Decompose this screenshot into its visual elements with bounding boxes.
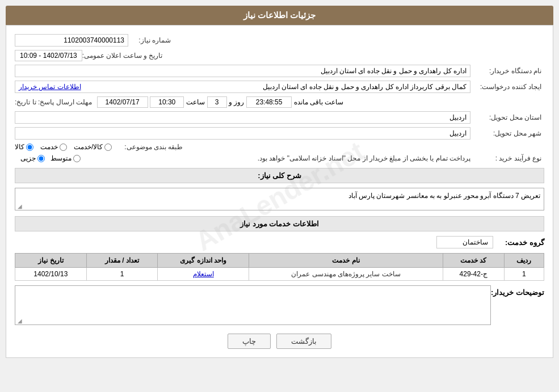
city-value: اردبیل bbox=[15, 127, 470, 140]
col-unit: واحد اندازه گیری bbox=[158, 254, 249, 268]
time-label: ساعت bbox=[186, 98, 205, 106]
process-label: نوع فرآیند خرید : bbox=[470, 154, 544, 162]
deadline-date-value: 1402/07/17 bbox=[97, 96, 148, 108]
province-label: استان محل تحویل: bbox=[470, 113, 544, 121]
subject-radio-group: کالا/خدمت خدمت کالا bbox=[15, 143, 112, 151]
col-quantity: تعداد / مقدار bbox=[86, 254, 158, 268]
description-label: توضیحات خریدار: bbox=[491, 285, 544, 297]
button-row: بازگشت چاپ bbox=[15, 334, 544, 349]
process-jozyi-item: جزیی bbox=[20, 154, 45, 162]
print-button[interactable]: چاپ bbox=[228, 334, 271, 349]
resize-handle-icon: ◢ bbox=[16, 203, 22, 209]
announce-date-value: 1402/07/13 - 10:09 bbox=[15, 50, 82, 61]
col-row: ردیف bbox=[504, 254, 544, 268]
services-section-title: اطلاعات خدمات مورد نیاز bbox=[15, 216, 544, 231]
announce-label: تاریخ و ساعت اعلان عمومی: bbox=[82, 52, 166, 60]
subject-label: طبقه بندی موضوعی: bbox=[112, 143, 186, 151]
deadline-clock-value: 23:48:55 bbox=[246, 96, 292, 108]
group-service-row: گروه خدمت: ساختمان bbox=[15, 236, 544, 248]
group-value: ساختمان bbox=[436, 236, 493, 248]
cell-code: ج-42-429 bbox=[443, 268, 504, 281]
deadline-label: مهلت ارسال پاسخ: تا تاریخ: bbox=[15, 98, 95, 106]
services-section-label: اطلاعات خدمات مورد نیاز bbox=[240, 220, 319, 228]
cell-row: 1 bbox=[504, 268, 544, 281]
subject-kala-item: کالا bbox=[15, 143, 33, 151]
process-row: نوع فرآیند خرید : پرداخت تمام یا بخشی از… bbox=[15, 154, 544, 162]
need-desc-container: تعریض 7 دستگاه آبرو محور عنبرلو به به مع… bbox=[15, 188, 544, 210]
need-desc-section: شرح کلی نیاز: bbox=[15, 168, 544, 183]
process-mootasat-item: متوسط bbox=[51, 154, 81, 162]
announce-row: تاریخ و ساعت اعلان عمومی: 1402/07/13 - 1… bbox=[15, 50, 544, 61]
subject-khadamat-radio[interactable] bbox=[60, 144, 67, 151]
description-box: ◢ bbox=[15, 285, 491, 325]
buyer-org-value: اداره کل راهداری و حمل و نقل جاده ای است… bbox=[15, 65, 470, 77]
subject-kala-label: کالا bbox=[15, 143, 24, 151]
creator-value: کمال برقی کاربرداز اداره کل راهداری و حم… bbox=[263, 83, 466, 91]
city-label: شهر محل تحویل: bbox=[470, 129, 544, 137]
deadline-time-value: 10:30 bbox=[150, 96, 184, 108]
subject-kala-radio[interactable] bbox=[26, 144, 33, 151]
subject-kala-khadamat-radio[interactable] bbox=[104, 144, 112, 151]
need-desc-value: تعریض 7 دستگاه آبرو محور عنبرلو به به مع… bbox=[15, 188, 544, 210]
back-button[interactable]: بازگشت bbox=[276, 334, 331, 349]
service-table: ردیف کد خدمت نام خدمت واحد اندازه گیری ت… bbox=[15, 253, 544, 281]
creator-row: ایجاد کننده درخواست: کمال برقی کاربرداز … bbox=[15, 81, 544, 93]
process-mootasat-radio[interactable] bbox=[73, 155, 81, 162]
subject-khadamat-label: خدمت bbox=[40, 143, 58, 151]
group-label: گروه خدمت: bbox=[493, 238, 544, 247]
table-row: 1 ج-42-429 ساخت سایر پروژه‌های مهندسی عم… bbox=[15, 268, 544, 281]
col-name: نام خدمت bbox=[249, 254, 443, 268]
process-jozyi-label: جزیی bbox=[20, 154, 36, 162]
creator-label: ایجاد کننده درخواست: bbox=[470, 83, 544, 91]
process-mootasat-label: متوسط bbox=[51, 154, 72, 162]
cell-unit[interactable]: استعلام bbox=[158, 268, 249, 281]
description-row: توضیحات خریدار: ◢ bbox=[15, 285, 544, 325]
city-row: شهر محل تحویل: اردبیل bbox=[15, 127, 544, 140]
subject-kala-khadamat-label: کالا/خدمت bbox=[74, 143, 103, 151]
col-date: تاریخ نیاز bbox=[15, 254, 87, 268]
contact-link[interactable]: اطلاعات تماس خریدار bbox=[19, 83, 81, 91]
need-desc-label: شرح کلی نیاز: bbox=[258, 171, 301, 180]
cell-date: 1402/10/13 bbox=[15, 268, 87, 281]
subject-row: طبقه بندی موضوعی: کالا/خدمت خدمت کالا bbox=[15, 143, 544, 151]
page-header: جزئیات اطلاعات نیاز bbox=[6, 6, 553, 25]
need-number-value: 1102003740000113 bbox=[15, 34, 128, 47]
description-resize-handle: ◢ bbox=[16, 318, 22, 323]
remaining-label: ساعت باقی مانده bbox=[294, 98, 344, 106]
need-number-label: شماره نیاز: bbox=[128, 36, 174, 44]
process-jozyi-radio[interactable] bbox=[37, 155, 45, 162]
col-code: کد خدمت bbox=[443, 254, 504, 268]
deadline-row: ساعت باقی مانده 23:48:55 روز و 3 ساعت 10… bbox=[15, 96, 544, 108]
cell-name: ساخت سایر پروژه‌های مهندسی عمران bbox=[249, 268, 443, 281]
days-label: روز و bbox=[229, 98, 244, 106]
subject-khadamat-item: خدمت bbox=[40, 143, 67, 151]
province-value: اردبیل bbox=[15, 111, 470, 124]
cell-quantity: 1 bbox=[86, 268, 158, 281]
subject-kala-khadamat-item: کالا/خدمت bbox=[74, 143, 112, 151]
process-text: پرداخت تمام یا بخشی از مبلغ خریدار از مح… bbox=[81, 154, 470, 162]
buyer-org-row: نام دستگاه خریدار: اداره کل راهداری و حم… bbox=[15, 65, 544, 77]
need-number-row: شماره نیاز: 1102003740000113 bbox=[15, 34, 544, 47]
deadline-days-value: 3 bbox=[207, 96, 227, 108]
province-row: استان محل تحویل: اردبیل bbox=[15, 111, 544, 124]
buyer-org-label: نام دستگاه خریدار: bbox=[470, 67, 544, 75]
page-title: جزئیات اطلاعات نیاز bbox=[243, 10, 316, 20]
process-radio-group: متوسط جزیی bbox=[20, 154, 81, 162]
